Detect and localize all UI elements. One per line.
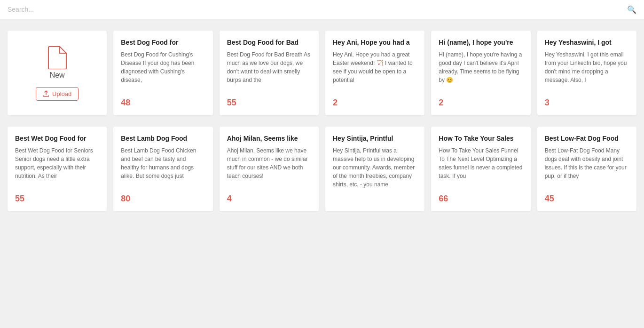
- card-best-lamb-dog-food[interactable]: Best Lamb Dog Food Best Lamb Dog Food Ch…: [113, 127, 212, 211]
- card-hi-name[interactable]: Hi (name), I hope you're Hi (name), I ho…: [431, 31, 530, 115]
- cards-grid: New Upload Best Dog Food for Best Dog Fo…: [0, 19, 644, 223]
- upload-label: Upload: [52, 90, 71, 97]
- card-body: Hey Ani, Hope you had a great Easter wee…: [333, 50, 417, 93]
- upload-button[interactable]: Upload: [36, 87, 79, 101]
- card-title: Hey Ani, Hope you had a: [333, 38, 417, 47]
- card-count: 80: [121, 194, 205, 204]
- card-count: 55: [227, 98, 311, 108]
- card-title: Best Wet Dog Food for: [15, 134, 99, 143]
- new-icon-group: New: [47, 46, 67, 80]
- search-input[interactable]: [8, 6, 636, 13]
- card-body: Best Low-Fat Dog Food Many dogs deal wit…: [545, 146, 629, 189]
- card-count: 55: [15, 194, 99, 204]
- card-count: 2: [333, 98, 417, 108]
- row-2: Best Wet Dog Food for Best Wet Dog Food …: [8, 127, 636, 211]
- card-ahoj-milan[interactable]: Ahoj Milan, Seems like Ahoj Milan, Seems…: [220, 127, 319, 211]
- new-card[interactable]: New Upload: [8, 31, 107, 115]
- card-title: Best Lamb Dog Food: [121, 134, 205, 143]
- card-title: Hey Sintija, Printful: [333, 134, 417, 143]
- search-icon: 🔍: [627, 5, 636, 14]
- card-count: 3: [545, 98, 629, 108]
- row-1: New Upload Best Dog Food for Best Dog Fo…: [8, 31, 636, 115]
- card-count: 4: [227, 194, 311, 204]
- card-body: Hi (name), I hope you're having a good d…: [439, 50, 523, 93]
- new-label: New: [50, 71, 65, 80]
- card-title: Best Dog Food for: [121, 38, 205, 47]
- card-best-wet-dog-food[interactable]: Best Wet Dog Food for Best Wet Dog Food …: [8, 127, 107, 211]
- card-body: Ahoj Milan, Seems like we have much in c…: [227, 146, 311, 189]
- card-body: How To Take Your Sales Funnel To The Nex…: [439, 146, 523, 189]
- card-title: How To Take Your Sales: [439, 134, 523, 143]
- card-body: Best Dog Food for Cushing's Disease If y…: [121, 50, 205, 93]
- card-count: 2: [439, 98, 523, 108]
- card-body: Best Lamb Dog Food Chicken and beef can …: [121, 146, 205, 189]
- card-best-dog-food-cushing[interactable]: Best Dog Food for Best Dog Food for Cush…: [113, 31, 212, 115]
- card-title: Ahoj Milan, Seems like: [227, 134, 311, 143]
- card-count: 45: [545, 194, 629, 204]
- card-title: Hey Yeshaswini, I got: [545, 38, 629, 47]
- card-count: 66: [439, 194, 523, 204]
- card-body: Best Dog Food for Bad Breath As much as …: [227, 50, 311, 93]
- card-title: Best Low-Fat Dog Food: [545, 134, 629, 143]
- file-icon: [47, 46, 67, 69]
- card-body: Hey Sintija, Printful was a massive help…: [333, 146, 417, 199]
- card-how-to-take-sales[interactable]: How To Take Your Sales How To Take Your …: [431, 127, 530, 211]
- card-body: Best Wet Dog Food for Seniors Senior dog…: [15, 146, 99, 189]
- card-count: 48: [121, 98, 205, 108]
- card-hey-sintija[interactable]: Hey Sintija, Printful Hey Sintija, Print…: [325, 127, 424, 211]
- card-title: Best Dog Food for Bad: [227, 38, 311, 47]
- card-best-dog-food-bad[interactable]: Best Dog Food for Bad Best Dog Food for …: [220, 31, 319, 115]
- card-title: Hi (name), I hope you're: [439, 38, 523, 47]
- card-hey-yeshaswini[interactable]: Hey Yeshaswini, I got Hey Yeshaswini, I …: [537, 31, 636, 115]
- card-best-low-fat-dog-food[interactable]: Best Low-Fat Dog Food Best Low-Fat Dog F…: [537, 127, 636, 211]
- upload-icon: [43, 90, 49, 97]
- card-hey-ani[interactable]: Hey Ani, Hope you had a Hey Ani, Hope yo…: [325, 31, 424, 115]
- search-bar: 🔍: [0, 0, 644, 19]
- card-body: Hey Yeshaswini, I got this email from yo…: [545, 50, 629, 93]
